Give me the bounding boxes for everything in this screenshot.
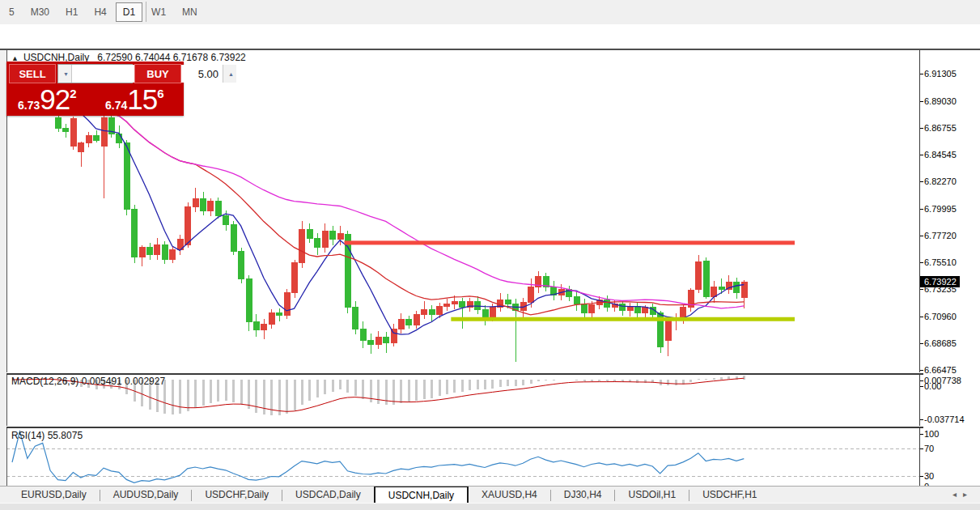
tab-scroll-arrows: ◂▸ (952, 490, 974, 499)
status-strip (0, 503, 980, 510)
tab-usdcad-daily[interactable]: USDCAD,Daily (282, 487, 374, 504)
price-axis-label: 6.84545 (924, 150, 957, 159)
macd-axis-label: -0.037714 (924, 414, 965, 424)
sell-price-prefix: 6.73 (18, 99, 40, 112)
chart-area: ▲USDCNH,Daily6.72590 6.74044 6.71678 6.7… (0, 24, 980, 486)
tab-usdcnh-daily[interactable]: USDCNH,Daily (374, 487, 469, 504)
volume-spinner: ▼ ▲ (57, 64, 133, 83)
chart-left-margin (0, 50, 7, 510)
sell-price-button[interactable]: 6.73922 (18, 86, 77, 116)
tab-eurusd-daily[interactable]: EURUSD,Daily (8, 487, 100, 504)
timeframe-button-5[interactable]: 5 (2, 2, 22, 22)
timeframe-button-w1[interactable]: W1 (144, 2, 173, 22)
chart-frame-top-border (0, 49, 980, 50)
current-price-tag: 6.73922 (920, 276, 960, 287)
timeframe-toolbar: 5M30H1H4D1W1MN (0, 0, 980, 24)
buy-price-sup: 6 (157, 87, 163, 100)
tab-audusd-daily[interactable]: AUDUSD,Daily (100, 487, 192, 504)
tab-scroll-left-icon[interactable]: ◂ (952, 490, 963, 499)
timeframe-button-d1[interactable]: D1 (116, 2, 142, 22)
one-click-trading-panel: SELL ▼ ▲ BUY 6.73922 6.74156 (6, 62, 184, 116)
trade-panel-controls: SELL ▼ ▲ BUY (6, 62, 184, 86)
buy-price-prefix: 6.74 (105, 99, 127, 112)
price-axis-label: 6.75510 (924, 257, 957, 267)
rsi-axis-label: 100 (924, 429, 939, 439)
sell-price-sup: 2 (70, 87, 76, 100)
rsi-panel-separator[interactable] (6, 426, 923, 428)
mt4-terminal-window: 5M30H1H4D1W1MN ▲USDCNH,Daily6.72590 6.74… (0, 0, 980, 510)
timeframe-button-h4[interactable]: H4 (87, 2, 113, 22)
macd-label: MACD(12,26,9) 0.005491 0.002927 (11, 376, 165, 387)
price-axis-label: 6.86755 (924, 123, 957, 133)
buy-button[interactable]: BUY (134, 64, 181, 83)
price-axis-label: 6.82270 (924, 176, 957, 186)
price-axis-label: 6.79995 (924, 204, 957, 214)
price-axis-label: 6.89030 (924, 96, 957, 106)
tab-usdchf-h1[interactable]: USDCHF,H1 (689, 487, 770, 504)
macd-axis-label: 0.00 (924, 381, 941, 391)
timeframe-button-group: 5M30H1H4D1W1MN (2, 2, 206, 22)
sell-button[interactable]: SELL (9, 64, 56, 83)
volume-increase-button[interactable]: ▲ (223, 65, 236, 83)
rsi-indicator-chart[interactable] (6, 427, 919, 494)
buy-price-main: 15 (127, 83, 157, 115)
buy-price-button[interactable]: 6.74156 (105, 86, 164, 116)
timeframe-button-m30[interactable]: M30 (23, 2, 57, 22)
tab-usdchf-daily[interactable]: USDCHF,Daily (192, 487, 282, 504)
rsi-label: RSI(14) 55.8075 (11, 430, 83, 441)
price-axis-label: 6.66475 (924, 365, 957, 375)
tab-xauusd-h4[interactable]: XAUUSD,H4 (469, 487, 550, 504)
tab-usdoil-h1[interactable]: USDOil,H1 (615, 487, 689, 504)
volume-decrease-button[interactable]: ▼ (58, 65, 72, 83)
macd-panel-separator[interactable] (6, 372, 923, 375)
timeframe-button-h1[interactable]: H1 (58, 2, 85, 22)
price-axis-label: 6.70960 (924, 312, 957, 321)
chart-tabs: EURUSD,DailyAUDUSD,DailyUSDCHF,DailyUSDC… (8, 487, 770, 504)
price-axis-label: 6.68685 (924, 338, 957, 348)
toolbar-separator (146, 2, 146, 22)
tab-scroll-right-icon[interactable]: ▸ (963, 490, 974, 499)
timeframe-button-mn[interactable]: MN (175, 2, 205, 22)
rsi-axis-label: 30 (924, 471, 934, 481)
rsi-axis-label: 70 (924, 444, 934, 453)
price-axis-label: 6.91305 (924, 69, 957, 79)
tab-dj30-h4[interactable]: DJ30,H4 (551, 487, 615, 504)
sell-price-main: 92 (40, 83, 70, 115)
price-axis-label: 6.77720 (924, 231, 957, 240)
